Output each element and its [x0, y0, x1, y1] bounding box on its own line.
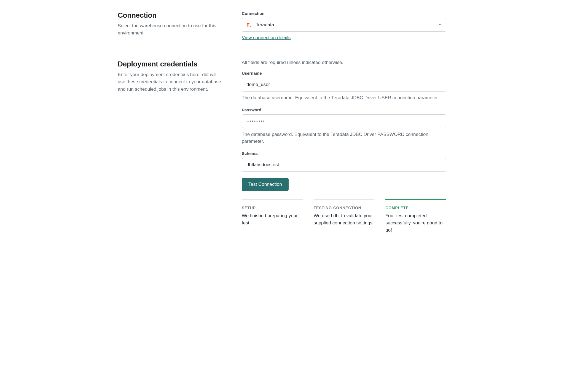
test-progress-steps: SETUP We finished preparing your test. T…: [242, 199, 446, 234]
teradata-icon: [246, 22, 252, 28]
schema-label: Schema: [242, 151, 446, 156]
password-input[interactable]: [242, 114, 446, 128]
connection-section: Connection Select the warehouse connecti…: [118, 11, 446, 41]
step-complete: COMPLETE Your test completed successfull…: [385, 199, 446, 234]
credentials-description: Enter your deployment credentials here. …: [118, 71, 225, 93]
view-connection-details-link[interactable]: View connection details: [242, 35, 291, 41]
step-bar: [314, 199, 375, 200]
step-label: TESTING CONNECTION: [314, 206, 375, 210]
connection-description: Select the warehouse connection to use f…: [118, 22, 225, 37]
step-testing: TESTING CONNECTION We used dbt to valida…: [314, 199, 375, 234]
credentials-title: Deployment credentials: [118, 60, 225, 68]
chevron-down-icon: [438, 22, 442, 28]
step-label: SETUP: [242, 206, 303, 210]
step-text: We used dbt to validate your supplied co…: [314, 212, 375, 227]
step-bar: [385, 199, 446, 200]
schema-input[interactable]: [242, 158, 446, 172]
credentials-section: Deployment credentials Enter your deploy…: [118, 60, 446, 234]
step-text: Your test completed successfully, you're…: [385, 212, 446, 234]
step-bar: [242, 199, 303, 200]
username-label: Username: [242, 71, 446, 76]
required-note: All fields are required unless indicated…: [242, 60, 446, 65]
divider: [118, 245, 446, 245]
svg-point-0: [250, 26, 251, 27]
password-help: The database password. Equivalent to the…: [242, 131, 446, 145]
step-text: We finished preparing your test.: [242, 212, 303, 227]
step-label: COMPLETE: [385, 206, 446, 210]
username-help: The database username. Equivalent to the…: [242, 94, 446, 101]
password-label: Password: [242, 108, 446, 112]
connection-selected-value: Teradata: [256, 22, 438, 28]
connection-field-label: Connection: [242, 11, 446, 16]
test-connection-button[interactable]: Test Connection: [242, 178, 289, 191]
step-setup: SETUP We finished preparing your test.: [242, 199, 303, 234]
username-input[interactable]: [242, 78, 446, 92]
connection-dropdown[interactable]: Teradata: [242, 18, 446, 32]
connection-title: Connection: [118, 11, 225, 20]
